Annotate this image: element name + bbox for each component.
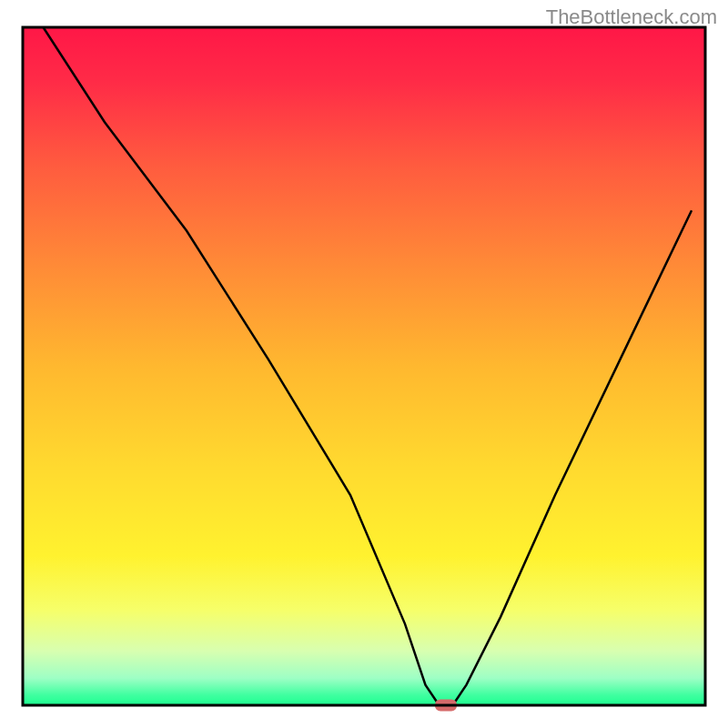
bottleneck-chart — [0, 0, 728, 728]
chart-container: TheBottleneck.com — [0, 0, 728, 728]
plot-background — [23, 27, 705, 705]
watermark-text: TheBottleneck.com — [546, 5, 717, 29]
